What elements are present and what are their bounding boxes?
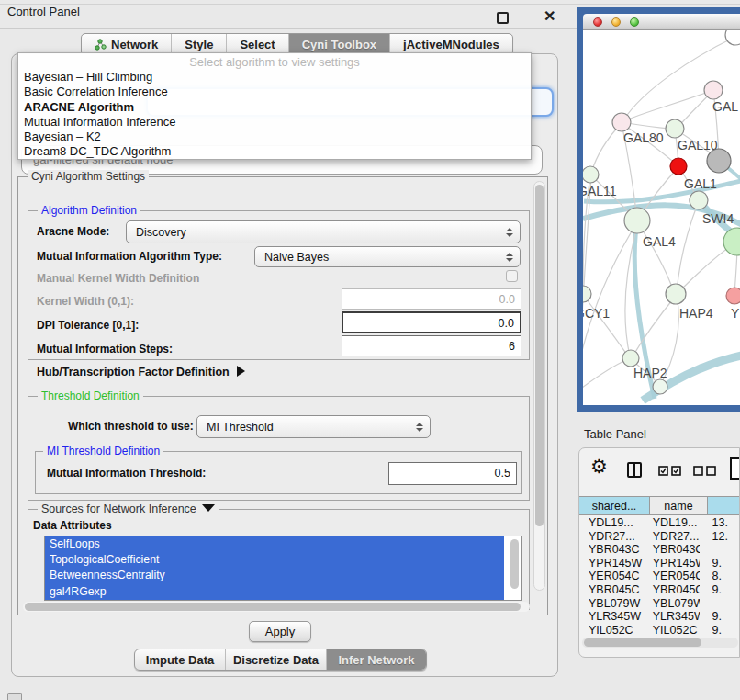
node-label: GAL10 (678, 138, 718, 152)
node-label: GAL4 (643, 234, 676, 249)
network-node-gal11[interactable] (583, 166, 599, 183)
mi-steps-field[interactable]: 6 (342, 335, 521, 356)
network-canvas[interactable]: GALGAL80GAL10GAL1SWI4GAL11GAL4GCY1HAP4YH… (583, 30, 740, 405)
gear-icon[interactable]: ⚙ (590, 456, 608, 478)
network-edge[interactable] (623, 90, 713, 121)
network-edge[interactable] (583, 222, 637, 358)
minimized-panel-icon[interactable] (7, 693, 22, 700)
sources-expander[interactable]: Sources for Network Inference (38, 502, 219, 515)
table-cell: YLR345W (645, 610, 700, 624)
spinner-arrows-icon (506, 221, 513, 243)
network-node-y[interactable] (726, 288, 740, 304)
table-row[interactable]: YBR043CYBR043C (579, 543, 739, 557)
table-row[interactable]: YDR27...YDR27...12. (579, 530, 739, 544)
settings-horizontal-scrollbar[interactable] (23, 602, 530, 612)
tab-label: jActiveMNodules (403, 38, 499, 51)
node-label: GAL80 (623, 130, 664, 145)
network-window-titlebar[interactable] (583, 14, 740, 30)
dpi-tolerance-field[interactable]: 0.0 (342, 311, 521, 333)
dropdown-item[interactable]: Dream8 DC_TDC Algorithm (18, 144, 531, 159)
new-table-icon[interactable] (730, 457, 740, 480)
attribute-item[interactable]: gal4RGexp (45, 584, 504, 600)
table-row[interactable]: YIL052CYIL052C9. (579, 624, 739, 638)
bottom-tab-infer-network[interactable]: Infer Network (327, 649, 426, 670)
network-node-hap4[interactable] (666, 284, 686, 304)
list-scrollbar-thumb[interactable] (510, 539, 519, 589)
column-header[interactable] (708, 497, 740, 514)
mi-threshold-field[interactable]: 0.5 (388, 462, 517, 485)
column-header[interactable]: shared... (579, 497, 650, 514)
network-edge[interactable] (637, 222, 674, 292)
table-cell: 9. (700, 624, 740, 638)
mi-type-value: Naive Bayes (264, 251, 329, 264)
table-row[interactable]: YDL19...YDL19...13. (579, 516, 739, 530)
table-row[interactable]: YBR045CYBR045C9. (579, 583, 739, 597)
which-threshold-label: Which threshold to use: (68, 420, 194, 433)
attribute-item[interactable]: SelfLoops (45, 536, 504, 552)
data-attributes-list[interactable]: SelfLoopsTopologicalCoefficientBetweenne… (44, 536, 522, 601)
close-traffic-light-icon[interactable] (593, 17, 602, 27)
attribute-item[interactable]: BetweennessCentrality (45, 568, 504, 583)
network-node-gcy1[interactable] (583, 286, 591, 302)
dropdown-item[interactable]: Bayesian – K2 (18, 130, 531, 144)
table-cell: YIL052C (645, 624, 700, 638)
algorithm-dropdown: Select algorithm to view settings Bayesi… (17, 52, 532, 160)
apply-button[interactable]: Apply (249, 621, 311, 642)
table-cell: 13. (700, 516, 740, 530)
network-node-hap2[interactable] (622, 350, 639, 367)
which-threshold-combo[interactable]: MI Threshold (196, 415, 431, 438)
settings-vertical-scrollbar[interactable] (533, 181, 545, 591)
network-edge[interactable] (677, 243, 734, 294)
panel-title: Control Panel (7, 5, 80, 18)
zoom-traffic-light-icon[interactable] (630, 17, 639, 27)
network-node[interactable] (725, 30, 740, 45)
network-node-gal4[interactable] (624, 208, 650, 233)
table-cell: YDR27... (645, 530, 700, 544)
deselect-all-icon[interactable] (693, 466, 717, 476)
dropdown-item[interactable]: Bayesian – Hill Climbing (18, 70, 531, 85)
network-node-swi4[interactable] (690, 191, 708, 209)
manual-kernel-checkbox[interactable] (506, 270, 518, 282)
table-row[interactable]: YER054CYER054C8. (579, 570, 739, 583)
network-node-gal80[interactable] (612, 113, 631, 131)
mi-type-combo[interactable]: Naive Bayes (254, 246, 521, 267)
columns-icon[interactable] (627, 462, 642, 478)
close-icon[interactable]: ✕ (544, 7, 555, 26)
network-node[interactable] (707, 149, 731, 173)
bottom-tab-impute-data[interactable]: Impute Data (135, 649, 226, 670)
network-node-gal10[interactable] (666, 119, 684, 138)
dropdown-item[interactable]: ARACNE Algorithm (18, 100, 531, 115)
table-row[interactable]: YBL079WYBL079W (579, 597, 739, 611)
tab-label: Style (185, 38, 213, 51)
table-row[interactable]: YLR345WYLR345W9. (579, 610, 739, 624)
minimize-traffic-light-icon[interactable] (611, 17, 621, 27)
bottom-tab-discretize-data[interactable]: Discretize Data (226, 649, 327, 670)
table-row[interactable]: YPR145WYPR145W9. (579, 557, 739, 570)
attribute-item[interactable]: TopologicalCoefficient (45, 552, 504, 568)
table-horizontal-scrollbar[interactable] (582, 638, 738, 648)
column-header[interactable]: name (650, 497, 708, 514)
network-node[interactable] (723, 228, 740, 255)
data-attributes-label: Data Attributes (33, 519, 112, 532)
network-edge[interactable] (677, 201, 699, 292)
select-all-checked-icon[interactable] (658, 466, 682, 476)
aracne-mode-combo[interactable]: Discovery (126, 220, 521, 243)
node-label: HAP4 (679, 306, 713, 321)
float-window-icon[interactable] (497, 12, 509, 24)
which-threshold-value: MI Threshold (207, 421, 274, 434)
dropdown-item[interactable]: Basic Correlation Inference (18, 85, 531, 99)
network-node-gal[interactable] (704, 81, 723, 99)
hub-definition-expander[interactable]: Hub/Transcription Factor Definition (37, 366, 245, 378)
kernel-width-field[interactable]: 0.0 (342, 288, 521, 310)
network-edge[interactable] (583, 359, 628, 390)
dropdown-item[interactable]: Mutual Information Inference (18, 115, 531, 130)
network-edge[interactable] (583, 175, 591, 386)
table-cell: 8. (700, 570, 740, 583)
mi-type-label: Mutual Information Algorithm Type: (37, 250, 222, 263)
network-node-gal1[interactable] (670, 158, 687, 175)
node-label: GAL (712, 99, 738, 114)
table-cell: YBL079W (579, 597, 645, 611)
table-cell (700, 597, 740, 611)
network-node[interactable] (653, 379, 667, 394)
spinner-arrows-icon (416, 416, 423, 437)
